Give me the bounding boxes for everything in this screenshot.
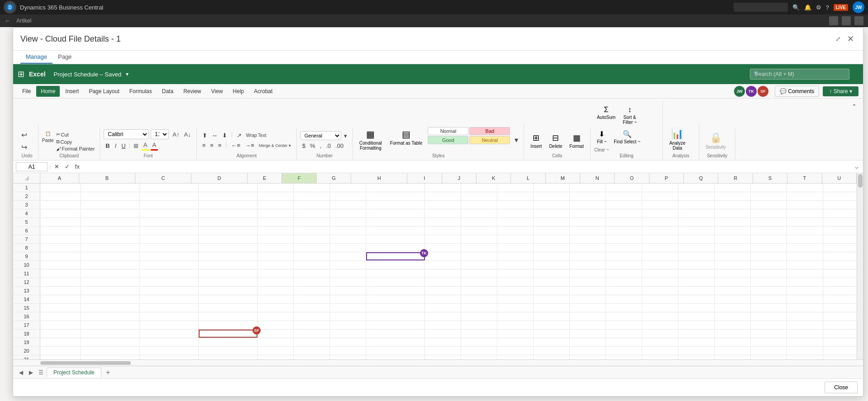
grid-cell[interactable] (366, 261, 425, 269)
grid-cell[interactable] (534, 252, 570, 260)
bold-button[interactable]: B (104, 142, 111, 150)
grid-cell[interactable] (606, 321, 642, 329)
cut-button[interactable]: ✂ Cut (55, 131, 96, 138)
grid-cell[interactable] (751, 201, 787, 209)
grid-cell[interactable] (715, 338, 751, 346)
grid-cell[interactable] (678, 312, 715, 321)
grid-cell[interactable] (199, 287, 258, 295)
grid-cell[interactable] (294, 295, 330, 303)
grid-cell[interactable] (823, 226, 857, 235)
menu-review[interactable]: Review (179, 86, 205, 97)
h-scroll-thumb[interactable] (40, 361, 131, 365)
row-header[interactable]: 13 (13, 287, 40, 295)
grid-cell[interactable] (40, 201, 81, 209)
style-normal[interactable]: Normal (428, 127, 468, 135)
grid-cell[interactable] (534, 269, 570, 278)
menu-view[interactable]: View (207, 86, 228, 97)
row-header[interactable]: 7 (13, 235, 40, 243)
grid-cell[interactable] (751, 304, 787, 312)
percent-button[interactable]: % (308, 142, 317, 150)
grid-cell[interactable] (606, 330, 642, 338)
grid-cell[interactable] (642, 261, 678, 269)
grid-cell[interactable] (534, 201, 570, 209)
grid-cell[interactable] (425, 321, 461, 329)
grid-cell[interactable] (330, 295, 366, 303)
grid-cell[interactable] (715, 192, 751, 200)
grid-cell[interactable] (570, 347, 606, 355)
grid-cell[interactable] (258, 269, 294, 278)
grid-cell[interactable] (678, 184, 715, 192)
grid-cell[interactable] (40, 304, 81, 312)
grid-cell[interactable] (461, 304, 497, 312)
menu-file[interactable]: File (18, 86, 35, 97)
grid-cell[interactable] (751, 338, 787, 346)
grid-cell[interactable] (199, 235, 258, 243)
grid-cell[interactable] (258, 347, 294, 355)
grid-cell[interactable] (330, 287, 366, 295)
grid-cell[interactable] (294, 338, 330, 346)
grid-cell[interactable] (715, 184, 751, 192)
grid-cell[interactable] (258, 295, 294, 303)
number-format-dropdown[interactable]: ▾ (342, 132, 349, 140)
grid-cell[interactable] (787, 295, 823, 303)
grid-cell[interactable] (497, 355, 534, 359)
grid-cell[interactable] (570, 330, 606, 338)
grid-cell[interactable] (642, 321, 678, 329)
format-as-table-button[interactable]: ▤ Format as Table (387, 127, 425, 147)
col-header-m[interactable]: M (546, 173, 580, 183)
grid-cell[interactable] (199, 226, 258, 235)
grid-cell[interactable] (570, 261, 606, 269)
grid-cell[interactable] (497, 278, 534, 286)
grid-cell[interactable] (751, 278, 787, 286)
excel-grid-icon[interactable]: ⊞ (18, 69, 24, 79)
grid-cell[interactable] (366, 304, 425, 312)
grid-cell[interactable] (140, 278, 199, 286)
grid-cell[interactable] (366, 347, 425, 355)
grid-cell[interactable] (715, 244, 751, 252)
menu-page-layout[interactable]: Page Layout (84, 86, 124, 97)
grid-cell[interactable] (366, 338, 425, 346)
comments-button[interactable]: 💬 Comments (775, 86, 819, 97)
grid-cell[interactable] (199, 269, 258, 278)
grid-cell[interactable] (140, 295, 199, 303)
grid-cell[interactable] (678, 347, 715, 355)
grid-cell[interactable] (606, 226, 642, 235)
grid-cell[interactable] (497, 312, 534, 321)
grid-cell[interactable] (497, 201, 534, 209)
conditional-formatting-button[interactable]: ▦ ConditionalFormatting (357, 127, 385, 152)
grid-cell[interactable] (81, 295, 140, 303)
grid-cell[interactable] (642, 218, 678, 226)
grid-cell[interactable] (294, 201, 330, 209)
grid-cell[interactable] (258, 321, 294, 329)
grid-cell[interactable] (366, 330, 425, 338)
row-header[interactable]: 17 (13, 321, 40, 329)
grid-cell[interactable] (425, 295, 461, 303)
grid-cell[interactable] (534, 304, 570, 312)
format-cells-button[interactable]: ▦ Format (567, 131, 587, 151)
grid-cell[interactable] (751, 218, 787, 226)
number-format-select[interactable]: General (300, 131, 341, 140)
grid-cell[interactable] (461, 192, 497, 200)
col-header-p[interactable]: P (649, 173, 684, 183)
grid-cell[interactable] (40, 278, 81, 286)
grid-cell[interactable] (606, 244, 642, 252)
grid-cell[interactable] (642, 226, 678, 235)
corner-cell[interactable] (13, 173, 40, 183)
grid-cell[interactable] (294, 321, 330, 329)
grid-cell[interactable] (366, 321, 425, 329)
grid-cell[interactable] (606, 209, 642, 217)
col-header-f[interactable]: F (282, 173, 316, 183)
grid-cell[interactable] (425, 244, 461, 252)
row-header[interactable]: 12 (13, 278, 40, 286)
grid-cell[interactable] (497, 244, 534, 252)
row-header[interactable]: 20 (13, 347, 40, 355)
align-right-button[interactable]: ≡ (216, 141, 224, 150)
grid-cell[interactable] (823, 201, 857, 209)
grid-cell[interactable] (366, 235, 425, 243)
grid-cell[interactable] (425, 304, 461, 312)
grid-cell[interactable] (787, 321, 823, 329)
grid-cell[interactable] (497, 252, 534, 260)
grid-cell[interactable] (366, 218, 425, 226)
grid-cell[interactable] (497, 304, 534, 312)
grid-cell[interactable] (425, 338, 461, 346)
